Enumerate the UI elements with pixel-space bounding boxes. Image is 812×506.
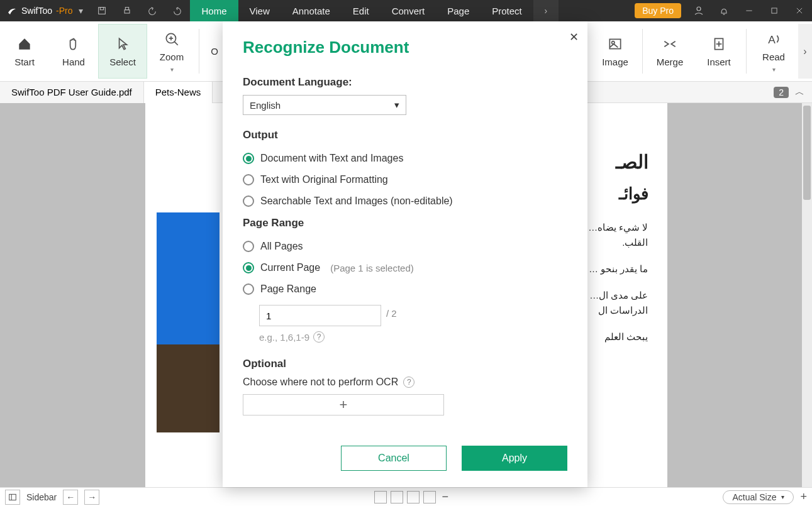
dialog-title: Recognize Document bbox=[243, 38, 567, 57]
redo-icon[interactable] bbox=[165, 0, 190, 21]
menu-annotate[interactable]: Annotate bbox=[281, 0, 342, 21]
menu-overflow-icon[interactable]: › bbox=[533, 0, 559, 21]
help-icon[interactable]: ? bbox=[313, 331, 325, 343]
app-name-pro: -Pro bbox=[56, 6, 72, 16]
svg-rect-19 bbox=[9, 494, 16, 500]
view-facing-icon[interactable] bbox=[407, 491, 420, 503]
vertical-scrollbar[interactable] bbox=[802, 103, 812, 487]
svg-rect-0 bbox=[99, 8, 106, 14]
range-hint: e.g., 1,6,1-9 bbox=[259, 332, 309, 343]
lang-label: Document Language: bbox=[243, 76, 567, 89]
svg-rect-2 bbox=[125, 10, 130, 13]
home-icon bbox=[16, 35, 33, 53]
buy-pro-button[interactable]: Buy Pro bbox=[635, 3, 681, 18]
ribbon-select-label: Select bbox=[109, 57, 136, 67]
add-exclusion-button[interactable]: + bbox=[243, 394, 444, 415]
output-option-3[interactable]: Searchable Text and Images (non-editable… bbox=[243, 195, 567, 207]
apply-button[interactable]: Apply bbox=[462, 446, 567, 471]
prev-page-icon[interactable]: ← bbox=[63, 490, 78, 505]
ribbon-image[interactable]: Image bbox=[591, 24, 640, 79]
menu-protect[interactable]: Protect bbox=[481, 0, 533, 21]
radio-icon bbox=[243, 153, 254, 164]
radio-icon bbox=[243, 262, 254, 273]
ribbon-zoom-label: Zoom bbox=[160, 52, 184, 62]
undo-icon[interactable] bbox=[140, 0, 165, 21]
ribbon-start-label: Start bbox=[14, 57, 35, 67]
range-current-label: Current Page bbox=[260, 262, 320, 273]
ribbon-insert-label: Insert bbox=[707, 57, 731, 67]
ribbon-start[interactable]: Start bbox=[0, 24, 49, 79]
ribbon-merge[interactable]: Merge bbox=[645, 24, 694, 79]
cancel-button[interactable]: Cancel bbox=[341, 446, 447, 471]
doc-tab-2[interactable]: Pets-News bbox=[144, 82, 213, 103]
radio-icon bbox=[243, 241, 254, 252]
zoom-icon bbox=[163, 30, 181, 48]
language-dropdown[interactable]: English ▾ bbox=[243, 95, 406, 115]
recognize-dialog: ✕ Recognize Document Document Language: … bbox=[223, 21, 587, 487]
range-all-label: All Pages bbox=[260, 241, 303, 252]
range-total: / 2 bbox=[386, 308, 397, 319]
view-single-icon[interactable] bbox=[374, 491, 387, 503]
view-grid-icon[interactable] bbox=[423, 491, 436, 503]
svg-rect-1 bbox=[101, 8, 104, 10]
account-icon[interactable] bbox=[686, 0, 711, 21]
print-icon[interactable] bbox=[114, 0, 140, 21]
ribbon-hand[interactable]: Hand bbox=[49, 24, 98, 79]
image-icon bbox=[606, 35, 624, 53]
bell-icon[interactable] bbox=[711, 0, 737, 21]
ribbon-cut-label: O bbox=[211, 46, 218, 57]
range-current-note: (Page 1 is selected) bbox=[330, 263, 414, 273]
radio-icon bbox=[243, 283, 254, 295]
menu-convert[interactable]: Convert bbox=[381, 0, 437, 21]
output-label: Output bbox=[243, 129, 567, 141]
language-value: English bbox=[250, 100, 281, 111]
sidebar-toggle-icon[interactable] bbox=[5, 490, 20, 505]
menu-page[interactable]: Page bbox=[436, 0, 481, 21]
range-current[interactable]: Current Page (Page 1 is selected) bbox=[243, 262, 567, 273]
read-aloud-icon: A bbox=[765, 30, 782, 48]
zoom-mode-dropdown[interactable]: Actual Size ▾ bbox=[723, 490, 794, 504]
status-bar: Sidebar ← → − Actual Size ▾ + bbox=[0, 487, 812, 506]
page-range-input[interactable] bbox=[259, 305, 381, 326]
scrollbar-thumb[interactable] bbox=[803, 106, 811, 200]
output-option-2[interactable]: Text with Original Formatting bbox=[243, 174, 567, 185]
ribbon-overflow[interactable]: › bbox=[798, 24, 812, 79]
ribbon-select[interactable]: Select bbox=[98, 24, 147, 79]
optional-label: Optional bbox=[243, 358, 567, 370]
help-icon[interactable]: ? bbox=[403, 377, 414, 388]
menu-view[interactable]: View bbox=[238, 0, 281, 21]
close-window-icon[interactable] bbox=[787, 0, 812, 21]
document-image-placeholder bbox=[157, 212, 220, 432]
hand-icon bbox=[65, 35, 82, 53]
view-continuous-icon[interactable] bbox=[391, 491, 403, 503]
output-option-1-label: Document with Text and Images bbox=[260, 153, 403, 164]
menu-home[interactable]: Home bbox=[190, 0, 238, 21]
sidebar-label[interactable]: Sidebar bbox=[26, 492, 57, 502]
merge-icon bbox=[661, 35, 679, 53]
output-option-3-label: Searchable Text and Images (non-editable… bbox=[260, 195, 453, 207]
cursor-icon bbox=[114, 35, 131, 53]
zoom-out-icon[interactable]: − bbox=[442, 490, 449, 503]
maximize-icon[interactable] bbox=[762, 0, 787, 21]
output-option-1[interactable]: Document with Text and Images bbox=[243, 153, 567, 164]
save-icon[interactable] bbox=[89, 0, 114, 21]
range-custom[interactable]: Page Range bbox=[243, 283, 567, 295]
doc-tab-1[interactable]: SwifToo PDF User Guide.pdf bbox=[0, 82, 144, 103]
chevron-down-icon: ▾ bbox=[170, 66, 174, 73]
zoom-in-icon[interactable]: + bbox=[800, 490, 807, 503]
app-dropdown-icon[interactable]: ▾ bbox=[79, 6, 83, 16]
title-bar: SwifToo-Pro ▾ Home View Annotate Edit Co… bbox=[0, 0, 812, 21]
menu-tabs: Home View Annotate Edit Convert Page Pro… bbox=[190, 0, 533, 21]
menu-edit[interactable]: Edit bbox=[342, 0, 381, 21]
svg-rect-3 bbox=[126, 8, 129, 10]
ribbon-zoom[interactable]: Zoom ▾ bbox=[147, 24, 196, 79]
minimize-icon[interactable] bbox=[737, 0, 762, 21]
chevron-down-icon: ▾ bbox=[394, 99, 399, 111]
range-label: Page Range bbox=[243, 217, 567, 229]
range-all[interactable]: All Pages bbox=[243, 241, 567, 252]
ribbon-insert[interactable]: Insert bbox=[694, 24, 743, 79]
dialog-close-icon[interactable]: ✕ bbox=[569, 30, 579, 44]
collapse-ribbon-icon[interactable]: ︿ bbox=[795, 86, 804, 98]
next-page-icon[interactable]: → bbox=[84, 490, 99, 505]
ribbon-read[interactable]: A Read ▾ bbox=[749, 24, 798, 79]
